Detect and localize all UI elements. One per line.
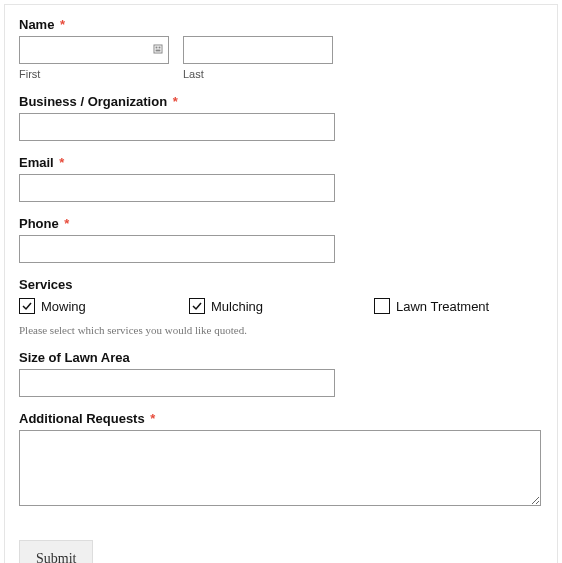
business-field-group: Business / Organization * [19, 94, 543, 141]
phone-input[interactable] [19, 235, 335, 263]
additional-label: Additional Requests * [19, 411, 543, 426]
lawn-size-field-group: Size of Lawn Area [19, 350, 543, 397]
submit-button[interactable]: Submit [19, 540, 93, 563]
name-label-text: Name [19, 17, 54, 32]
service-label-mulching: Mulching [211, 299, 263, 314]
name-row: First Last [19, 36, 543, 80]
service-label-lawn-treatment: Lawn Treatment [396, 299, 489, 314]
email-label: Email * [19, 155, 543, 170]
check-icon [192, 301, 202, 311]
service-option-mulching[interactable]: Mulching [189, 298, 374, 314]
phone-label-text: Phone [19, 216, 59, 231]
first-name-input[interactable] [19, 36, 169, 64]
checkbox-mowing[interactable] [19, 298, 35, 314]
email-input[interactable] [19, 174, 335, 202]
required-asterisk: * [59, 155, 64, 170]
checkbox-lawn-treatment[interactable] [374, 298, 390, 314]
services-label: Services [19, 277, 543, 292]
first-name-wrapper [19, 36, 169, 64]
checkbox-mulching[interactable] [189, 298, 205, 314]
lawn-size-input[interactable] [19, 369, 335, 397]
last-name-sublabel: Last [183, 68, 333, 80]
business-label: Business / Organization * [19, 94, 543, 109]
phone-field-group: Phone * [19, 216, 543, 263]
services-field-group: Services Mowing Mulching Lawn Treatment … [19, 277, 543, 336]
check-icon [22, 301, 32, 311]
services-hint: Please select which services you would l… [19, 324, 543, 336]
service-label-mowing: Mowing [41, 299, 86, 314]
last-name-col: Last [183, 36, 333, 80]
required-asterisk: * [64, 216, 69, 231]
name-field-group: Name * First Last [19, 17, 543, 80]
quote-form: Name * First Last Business / Organizatio… [4, 4, 558, 563]
email-label-text: Email [19, 155, 54, 170]
first-name-sublabel: First [19, 68, 169, 80]
required-asterisk: * [150, 411, 155, 426]
additional-label-text: Additional Requests [19, 411, 145, 426]
required-asterisk: * [173, 94, 178, 109]
email-field-group: Email * [19, 155, 543, 202]
business-input[interactable] [19, 113, 335, 141]
last-name-input[interactable] [183, 36, 333, 64]
phone-label: Phone * [19, 216, 543, 231]
lawn-size-label: Size of Lawn Area [19, 350, 543, 365]
services-row: Mowing Mulching Lawn Treatment [19, 298, 543, 314]
business-label-text: Business / Organization [19, 94, 167, 109]
required-asterisk: * [60, 17, 65, 32]
name-label: Name * [19, 17, 543, 32]
additional-textarea[interactable] [19, 430, 541, 506]
service-option-lawn-treatment[interactable]: Lawn Treatment [374, 298, 489, 314]
service-option-mowing[interactable]: Mowing [19, 298, 189, 314]
additional-field-group: Additional Requests * [19, 411, 543, 510]
first-name-col: First [19, 36, 169, 80]
